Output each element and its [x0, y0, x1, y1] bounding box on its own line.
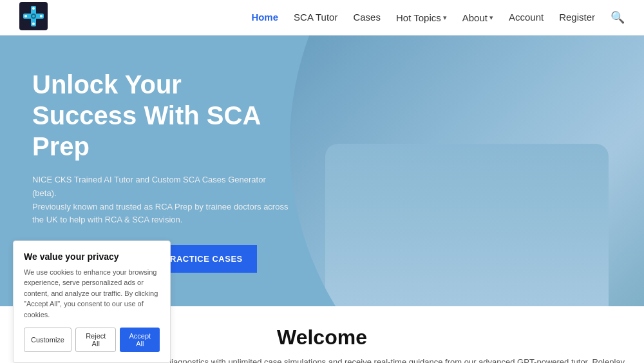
about-chevron-icon: ▾	[489, 14, 493, 22]
accept-all-button[interactable]: Accept All	[120, 328, 160, 352]
navbar: Home SCA Tutor Cases Hot Topics ▾ About …	[0, 0, 644, 35]
nav-link-cases[interactable]: Cases	[353, 12, 381, 23]
hero-description: NICE CKS Trained AI Tutor and Custom SCA…	[32, 173, 290, 227]
nav-links: Home SCA Tutor Cases Hot Topics ▾ About …	[251, 10, 625, 25]
cookie-banner: We value your privacy We use cookies to …	[13, 240, 171, 364]
svg-point-3	[32, 7, 35, 10]
hot-topics-chevron-icon: ▾	[443, 14, 447, 22]
svg-point-5	[24, 15, 27, 17]
nav-item-account[interactable]: Account	[509, 12, 544, 23]
nav-item-about[interactable]: About ▾	[462, 12, 493, 23]
cookie-text: We use cookies to enhance your browsing …	[24, 267, 160, 320]
svg-point-4	[32, 23, 35, 25]
nav-item-home[interactable]: Home	[251, 12, 278, 23]
nav-link-home[interactable]: Home	[251, 12, 278, 23]
hero-title: Unlock Your Success With SCA Prep	[32, 69, 290, 162]
reject-all-button[interactable]: Reject All	[75, 328, 117, 352]
nav-item-cases[interactable]: Cases	[353, 12, 381, 23]
nav-item-hot-topics[interactable]: Hot Topics ▾	[396, 12, 447, 23]
nav-link-account[interactable]: Account	[509, 12, 544, 23]
search-icon[interactable]: 🔍	[611, 11, 625, 24]
nav-link-about[interactable]: About	[462, 12, 488, 23]
nav-search-icon[interactable]: 🔍	[611, 10, 625, 25]
nav-link-hot-topics[interactable]: Hot Topics	[396, 12, 441, 23]
cookie-buttons: Customize Reject All Accept All	[24, 328, 160, 352]
svg-point-6	[40, 15, 43, 17]
customize-button[interactable]: Customize	[24, 328, 71, 352]
hero-desc-line1: NICE CKS Trained AI Tutor and Custom SCA…	[32, 175, 266, 198]
cookie-title: We value your privacy	[24, 251, 160, 262]
svg-point-8	[32, 15, 35, 17]
logo[interactable]	[19, 2, 48, 33]
nav-item-register[interactable]: Register	[559, 12, 595, 23]
nav-item-sca-tutor[interactable]: SCA Tutor	[294, 12, 337, 23]
hero-desc-line2: Previously known and trusted as RCA Prep…	[32, 202, 288, 225]
nav-link-sca-tutor[interactable]: SCA Tutor	[294, 12, 337, 23]
hero-person-image	[290, 35, 644, 306]
nav-link-register[interactable]: Register	[559, 12, 595, 23]
